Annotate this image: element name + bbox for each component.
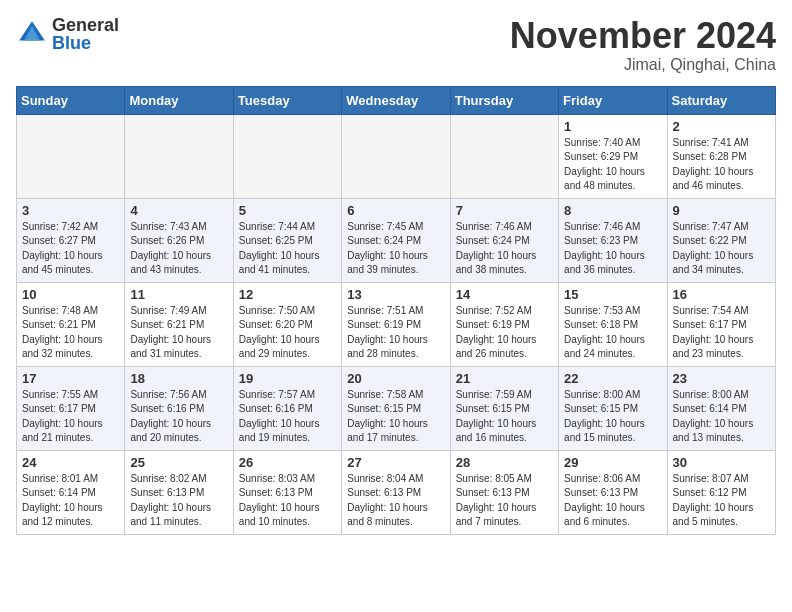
calendar-cell: 29Sunrise: 8:06 AMSunset: 6:13 PMDayligh… bbox=[559, 450, 667, 534]
day-info: Sunrise: 7:56 AMSunset: 6:16 PMDaylight:… bbox=[130, 388, 227, 446]
calendar-table: SundayMondayTuesdayWednesdayThursdayFrid… bbox=[16, 86, 776, 535]
day-info: Sunrise: 7:47 AMSunset: 6:22 PMDaylight:… bbox=[673, 220, 770, 278]
calendar-cell bbox=[450, 114, 558, 198]
weekday-header-sunday: Sunday bbox=[17, 86, 125, 114]
day-number: 26 bbox=[239, 455, 336, 470]
day-number: 18 bbox=[130, 371, 227, 386]
day-info: Sunrise: 8:04 AMSunset: 6:13 PMDaylight:… bbox=[347, 472, 444, 530]
day-number: 15 bbox=[564, 287, 661, 302]
day-info: Sunrise: 7:58 AMSunset: 6:15 PMDaylight:… bbox=[347, 388, 444, 446]
day-info: Sunrise: 7:49 AMSunset: 6:21 PMDaylight:… bbox=[130, 304, 227, 362]
calendar-cell: 1Sunrise: 7:40 AMSunset: 6:29 PMDaylight… bbox=[559, 114, 667, 198]
day-number: 16 bbox=[673, 287, 770, 302]
weekday-header-tuesday: Tuesday bbox=[233, 86, 341, 114]
day-number: 7 bbox=[456, 203, 553, 218]
day-info: Sunrise: 7:59 AMSunset: 6:15 PMDaylight:… bbox=[456, 388, 553, 446]
day-number: 13 bbox=[347, 287, 444, 302]
calendar-cell: 19Sunrise: 7:57 AMSunset: 6:16 PMDayligh… bbox=[233, 366, 341, 450]
day-info: Sunrise: 7:57 AMSunset: 6:16 PMDaylight:… bbox=[239, 388, 336, 446]
day-info: Sunrise: 8:07 AMSunset: 6:12 PMDaylight:… bbox=[673, 472, 770, 530]
page-header: General Blue November 2024 Jimai, Qingha… bbox=[16, 16, 776, 74]
calendar-cell: 3Sunrise: 7:42 AMSunset: 6:27 PMDaylight… bbox=[17, 198, 125, 282]
day-number: 23 bbox=[673, 371, 770, 386]
calendar-cell: 11Sunrise: 7:49 AMSunset: 6:21 PMDayligh… bbox=[125, 282, 233, 366]
calendar-cell: 12Sunrise: 7:50 AMSunset: 6:20 PMDayligh… bbox=[233, 282, 341, 366]
calendar-cell: 7Sunrise: 7:46 AMSunset: 6:24 PMDaylight… bbox=[450, 198, 558, 282]
day-number: 12 bbox=[239, 287, 336, 302]
calendar-cell: 9Sunrise: 7:47 AMSunset: 6:22 PMDaylight… bbox=[667, 198, 775, 282]
calendar-cell: 2Sunrise: 7:41 AMSunset: 6:28 PMDaylight… bbox=[667, 114, 775, 198]
calendar-cell: 14Sunrise: 7:52 AMSunset: 6:19 PMDayligh… bbox=[450, 282, 558, 366]
logo-icon bbox=[16, 18, 48, 50]
week-row-4: 17Sunrise: 7:55 AMSunset: 6:17 PMDayligh… bbox=[17, 366, 776, 450]
title-block: November 2024 Jimai, Qinghai, China bbox=[510, 16, 776, 74]
day-number: 11 bbox=[130, 287, 227, 302]
month-title: November 2024 bbox=[510, 16, 776, 56]
day-number: 10 bbox=[22, 287, 119, 302]
day-number: 9 bbox=[673, 203, 770, 218]
week-row-3: 10Sunrise: 7:48 AMSunset: 6:21 PMDayligh… bbox=[17, 282, 776, 366]
day-info: Sunrise: 7:48 AMSunset: 6:21 PMDaylight:… bbox=[22, 304, 119, 362]
calendar-cell: 24Sunrise: 8:01 AMSunset: 6:14 PMDayligh… bbox=[17, 450, 125, 534]
day-number: 24 bbox=[22, 455, 119, 470]
day-number: 30 bbox=[673, 455, 770, 470]
day-info: Sunrise: 7:40 AMSunset: 6:29 PMDaylight:… bbox=[564, 136, 661, 194]
week-row-1: 1Sunrise: 7:40 AMSunset: 6:29 PMDaylight… bbox=[17, 114, 776, 198]
day-number: 21 bbox=[456, 371, 553, 386]
calendar-cell: 22Sunrise: 8:00 AMSunset: 6:15 PMDayligh… bbox=[559, 366, 667, 450]
day-number: 22 bbox=[564, 371, 661, 386]
day-info: Sunrise: 7:52 AMSunset: 6:19 PMDaylight:… bbox=[456, 304, 553, 362]
day-info: Sunrise: 7:44 AMSunset: 6:25 PMDaylight:… bbox=[239, 220, 336, 278]
day-info: Sunrise: 8:03 AMSunset: 6:13 PMDaylight:… bbox=[239, 472, 336, 530]
day-number: 27 bbox=[347, 455, 444, 470]
day-info: Sunrise: 7:55 AMSunset: 6:17 PMDaylight:… bbox=[22, 388, 119, 446]
day-info: Sunrise: 8:01 AMSunset: 6:14 PMDaylight:… bbox=[22, 472, 119, 530]
location: Jimai, Qinghai, China bbox=[510, 56, 776, 74]
day-number: 28 bbox=[456, 455, 553, 470]
calendar-cell: 15Sunrise: 7:53 AMSunset: 6:18 PMDayligh… bbox=[559, 282, 667, 366]
calendar-cell: 4Sunrise: 7:43 AMSunset: 6:26 PMDaylight… bbox=[125, 198, 233, 282]
weekday-header-wednesday: Wednesday bbox=[342, 86, 450, 114]
calendar-cell: 10Sunrise: 7:48 AMSunset: 6:21 PMDayligh… bbox=[17, 282, 125, 366]
calendar-cell bbox=[17, 114, 125, 198]
weekday-header-thursday: Thursday bbox=[450, 86, 558, 114]
calendar-cell: 20Sunrise: 7:58 AMSunset: 6:15 PMDayligh… bbox=[342, 366, 450, 450]
calendar-cell: 28Sunrise: 8:05 AMSunset: 6:13 PMDayligh… bbox=[450, 450, 558, 534]
calendar-cell: 26Sunrise: 8:03 AMSunset: 6:13 PMDayligh… bbox=[233, 450, 341, 534]
calendar-cell: 16Sunrise: 7:54 AMSunset: 6:17 PMDayligh… bbox=[667, 282, 775, 366]
day-number: 3 bbox=[22, 203, 119, 218]
logo-text: General Blue bbox=[52, 16, 119, 52]
day-info: Sunrise: 7:46 AMSunset: 6:23 PMDaylight:… bbox=[564, 220, 661, 278]
day-info: Sunrise: 8:02 AMSunset: 6:13 PMDaylight:… bbox=[130, 472, 227, 530]
calendar-cell: 27Sunrise: 8:04 AMSunset: 6:13 PMDayligh… bbox=[342, 450, 450, 534]
calendar-cell: 18Sunrise: 7:56 AMSunset: 6:16 PMDayligh… bbox=[125, 366, 233, 450]
day-number: 29 bbox=[564, 455, 661, 470]
day-number: 20 bbox=[347, 371, 444, 386]
day-info: Sunrise: 7:51 AMSunset: 6:19 PMDaylight:… bbox=[347, 304, 444, 362]
logo: General Blue bbox=[16, 16, 119, 52]
day-info: Sunrise: 8:05 AMSunset: 6:13 PMDaylight:… bbox=[456, 472, 553, 530]
calendar-cell: 21Sunrise: 7:59 AMSunset: 6:15 PMDayligh… bbox=[450, 366, 558, 450]
week-row-2: 3Sunrise: 7:42 AMSunset: 6:27 PMDaylight… bbox=[17, 198, 776, 282]
day-info: Sunrise: 7:45 AMSunset: 6:24 PMDaylight:… bbox=[347, 220, 444, 278]
day-info: Sunrise: 8:06 AMSunset: 6:13 PMDaylight:… bbox=[564, 472, 661, 530]
weekday-header-row: SundayMondayTuesdayWednesdayThursdayFrid… bbox=[17, 86, 776, 114]
calendar-cell: 17Sunrise: 7:55 AMSunset: 6:17 PMDayligh… bbox=[17, 366, 125, 450]
calendar-cell: 8Sunrise: 7:46 AMSunset: 6:23 PMDaylight… bbox=[559, 198, 667, 282]
day-number: 14 bbox=[456, 287, 553, 302]
calendar-cell: 30Sunrise: 8:07 AMSunset: 6:12 PMDayligh… bbox=[667, 450, 775, 534]
calendar-cell bbox=[342, 114, 450, 198]
logo-general-text: General bbox=[52, 16, 119, 34]
weekday-header-friday: Friday bbox=[559, 86, 667, 114]
day-info: Sunrise: 8:00 AMSunset: 6:15 PMDaylight:… bbox=[564, 388, 661, 446]
day-info: Sunrise: 7:41 AMSunset: 6:28 PMDaylight:… bbox=[673, 136, 770, 194]
day-number: 4 bbox=[130, 203, 227, 218]
day-info: Sunrise: 8:00 AMSunset: 6:14 PMDaylight:… bbox=[673, 388, 770, 446]
weekday-header-monday: Monday bbox=[125, 86, 233, 114]
calendar-cell: 23Sunrise: 8:00 AMSunset: 6:14 PMDayligh… bbox=[667, 366, 775, 450]
day-number: 1 bbox=[564, 119, 661, 134]
calendar-cell bbox=[233, 114, 341, 198]
day-info: Sunrise: 7:46 AMSunset: 6:24 PMDaylight:… bbox=[456, 220, 553, 278]
day-number: 2 bbox=[673, 119, 770, 134]
day-info: Sunrise: 7:43 AMSunset: 6:26 PMDaylight:… bbox=[130, 220, 227, 278]
